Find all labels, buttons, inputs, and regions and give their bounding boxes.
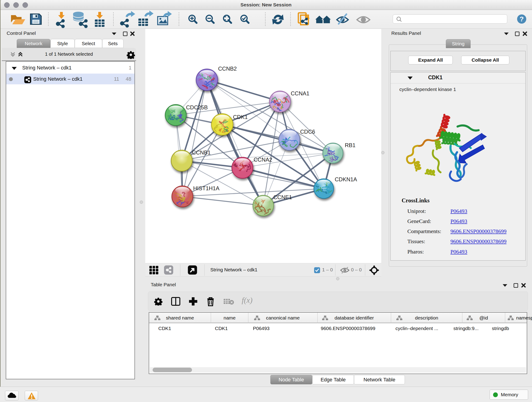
svg-text:RB1: RB1 bbox=[345, 142, 355, 148]
svg-text:CCNB2: CCNB2 bbox=[218, 65, 237, 72]
svg-text:CCNB1: CCNB1 bbox=[192, 149, 210, 156]
svg-text:CDK1: CDK1 bbox=[233, 114, 248, 120]
svg-text:CCNA1: CCNA1 bbox=[291, 90, 309, 96]
svg-text:CCNA2: CCNA2 bbox=[254, 157, 272, 163]
svg-text:HIST1H1A: HIST1H1A bbox=[193, 185, 220, 191]
svg-text:CDC25B: CDC25B bbox=[186, 104, 208, 110]
svg-text:CDKN1A: CDKN1A bbox=[335, 176, 357, 182]
svg-text:CCNE1: CCNE1 bbox=[273, 194, 292, 200]
svg-text:?: ? bbox=[520, 15, 524, 23]
svg-text:CDC6: CDC6 bbox=[300, 128, 315, 135]
